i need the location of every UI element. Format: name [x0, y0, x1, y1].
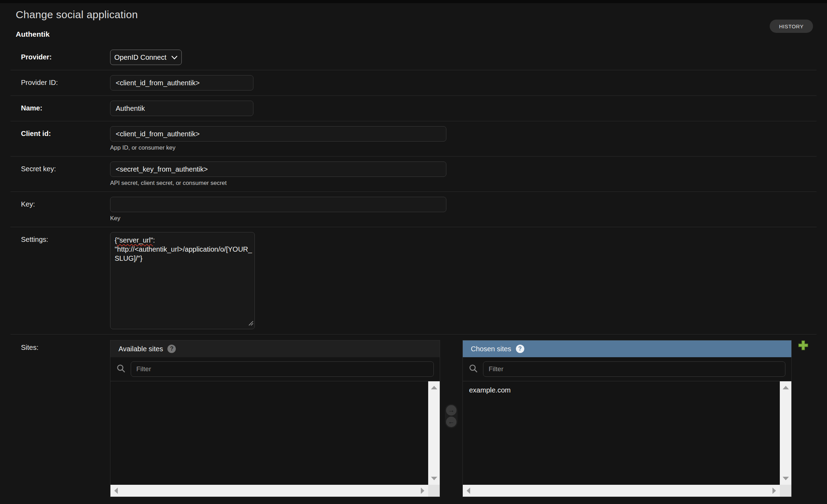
settings-json-line2: "http://<authentik_url>/application/o/[Y… [115, 245, 250, 254]
name-label: Name: [10, 101, 110, 112]
available-sites-listbox [110, 381, 440, 485]
chosen-hscroll-row [463, 485, 791, 497]
search-icon [469, 364, 478, 374]
provider-id-label: Provider ID: [10, 75, 110, 87]
chosen-sites-list[interactable]: example.com [463, 381, 780, 485]
client-id-help: App ID, or consumer key [110, 144, 446, 151]
available-sites-header: Available sites ? [110, 340, 440, 357]
add-site-button[interactable] [798, 340, 808, 351]
form-row-provider-id: Provider ID: [10, 70, 817, 96]
client-id-input[interactable] [110, 126, 446, 142]
form-row-name: Name: [10, 96, 817, 121]
key-label: Key: [10, 197, 110, 208]
sites-label: Sites: [10, 340, 110, 352]
top-edge-strip [0, 0, 827, 3]
search-icon [116, 364, 125, 374]
resize-handle-icon[interactable] [248, 319, 253, 328]
name-input[interactable] [110, 101, 253, 116]
available-hscroll-row [110, 485, 440, 497]
vertical-scrollbar[interactable] [780, 381, 791, 485]
secret-key-input[interactable] [110, 161, 446, 177]
chevron-down-icon [171, 53, 178, 62]
settings-label: Settings: [10, 232, 110, 244]
key-input[interactable] [110, 197, 446, 212]
available-sites-title: Available sites [118, 345, 163, 353]
form-row-key: Key: Key [10, 192, 817, 227]
list-item[interactable]: example.com [463, 386, 780, 398]
settings-textarea[interactable]: {"server_url": "http://<authentik_url>/a… [110, 232, 255, 329]
key-help: Key [110, 215, 446, 222]
choose-button[interactable]: → [446, 405, 456, 416]
object-name-heading: Authentik [16, 30, 827, 38]
vertical-scrollbar[interactable] [428, 381, 440, 485]
available-sites-panel: Available sites ? [110, 340, 440, 497]
available-sites-list[interactable] [110, 381, 428, 485]
misspelled-word: "server_url" [117, 236, 153, 244]
scroll-right-arrow[interactable] [421, 488, 424, 494]
scroll-down-arrow[interactable] [431, 477, 437, 480]
provider-select[interactable]: OpenID Connect [110, 50, 182, 65]
secret-key-label: Secret key: [10, 161, 110, 173]
provider-id-input[interactable] [110, 75, 253, 91]
chosen-sites-title: Chosen sites [471, 345, 511, 353]
plus-icon [798, 346, 808, 352]
horizontal-scrollbar[interactable] [110, 485, 428, 497]
settings-json-line3: SLUG]/"} [115, 254, 250, 263]
chosen-filter-input[interactable] [483, 361, 785, 377]
form-row-secret-key: Secret key: API secret, client secret, o… [10, 157, 817, 192]
secret-key-help: API secret, client secret, or consumer s… [110, 180, 446, 187]
scrollbar-corner [780, 485, 791, 497]
provider-select-value: OpenID Connect [114, 53, 166, 62]
client-id-label: Client id: [10, 126, 110, 138]
chosen-sites-panel: Chosen sites ? example.com [462, 340, 792, 497]
form-row-provider: Provider: OpenID Connect [10, 45, 817, 70]
form-row-client-id: Client id: App ID, or consumer key [10, 121, 817, 157]
provider-label: Provider: [10, 50, 110, 61]
change-form: Provider: OpenID Connect Provider ID: Na… [10, 45, 817, 502]
scroll-up-arrow[interactable] [431, 386, 437, 389]
scroll-left-arrow[interactable] [114, 488, 118, 494]
settings-json-line1: {"server_url": [115, 236, 250, 245]
help-icon[interactable]: ? [167, 345, 176, 353]
form-row-settings: Settings: {"server_url": "http://<authen… [10, 227, 817, 334]
remove-button[interactable]: ← [446, 417, 456, 427]
scrollbar-corner [428, 485, 440, 497]
form-row-sites: Sites: Available sites ? [10, 334, 817, 502]
help-icon[interactable]: ? [516, 345, 524, 353]
chosen-sites-listbox: example.com [463, 381, 791, 485]
page-title: Change social application [16, 9, 827, 21]
chosen-filter-row [463, 357, 791, 381]
scroll-down-arrow[interactable] [783, 477, 789, 480]
available-filter-input[interactable] [131, 361, 434, 377]
history-button[interactable]: HISTORY [770, 20, 813, 33]
selector-mover-column: → ← [440, 340, 462, 428]
chosen-sites-header: Chosen sites ? [463, 340, 791, 357]
scroll-up-arrow[interactable] [783, 386, 789, 389]
scroll-left-arrow[interactable] [467, 488, 470, 494]
selector-mover: → ← [445, 404, 458, 428]
horizontal-scrollbar[interactable] [463, 485, 780, 497]
sites-dual-selector: Available sites ? [110, 340, 808, 497]
scroll-right-arrow[interactable] [772, 488, 776, 494]
available-filter-row [110, 357, 440, 381]
